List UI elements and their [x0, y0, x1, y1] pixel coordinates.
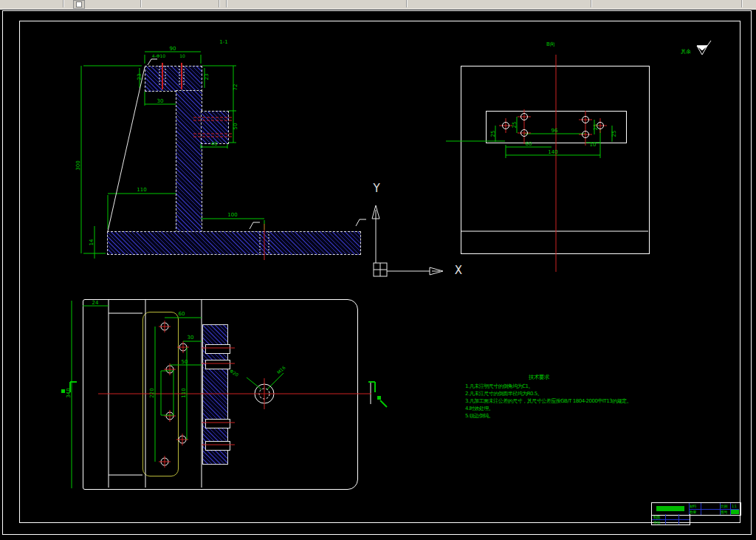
dimension-label: 30	[157, 99, 164, 104]
material-label: 材料	[690, 504, 696, 508]
plan-view-centerlines	[98, 321, 371, 468]
dimension-label: 30	[188, 335, 194, 341]
dimension-label: 340	[66, 388, 72, 397]
drawn-by-label: 制图	[653, 515, 660, 519]
dimension-label: 50	[182, 360, 188, 365]
technical-notes-lines: 1.凡未注明尺寸的倒角均为C1。2.凡未注尺寸的倒圆半径均为R0.5。3.凡加工…	[465, 383, 631, 420]
ucs-axis-icon	[372, 205, 443, 276]
dimension-label: 10	[179, 54, 185, 58]
dimension-label: 140	[548, 150, 557, 155]
dimension-label: 96	[551, 129, 558, 134]
checked-by-label: 审核	[653, 520, 660, 524]
surface-note: 其余	[681, 49, 691, 55]
dimension-label: 23	[137, 74, 142, 81]
part-name-highlight	[656, 506, 684, 511]
scale-label: 比例	[721, 504, 727, 508]
section-mark-icon	[377, 396, 381, 400]
drawing-linework	[0, 0, 756, 540]
surface-finish-icon	[148, 59, 366, 229]
dimension-label: 300	[76, 160, 81, 170]
dimension-label: 40	[211, 142, 218, 147]
dimension-label: 25	[491, 131, 496, 137]
dimension-label: 4-Φ10	[152, 54, 165, 58]
technical-note-line: 3.凡加工面未注公差的尺寸，其尺寸公差应按GB/T 1804-2000中IT13…	[465, 397, 631, 405]
dimension-label: 25	[512, 122, 518, 129]
dimension-label: 90	[170, 47, 176, 52]
dimension-label: 110	[137, 188, 146, 193]
dimension-label: 14	[89, 239, 94, 246]
dimension-label: 24	[92, 301, 99, 306]
technical-note-line: 2.凡未注尺寸的倒圆半径均为R0.5。	[465, 390, 631, 397]
technical-note-line: 1.凡未注明尺寸的倒角均为C1。	[465, 383, 631, 390]
roughness-symbol-icon	[697, 41, 711, 55]
dimension-label: 23	[205, 74, 210, 81]
b-view-centerlines	[499, 55, 607, 272]
plan-view-dimension-lines	[61, 301, 387, 488]
dimension-label: 72	[233, 84, 238, 91]
scale-value: 1:1	[732, 504, 737, 508]
technical-note-line: 4.时效处理。	[465, 405, 631, 412]
dimension-label: 110	[182, 388, 187, 397]
dimension-label: 60	[179, 312, 185, 317]
dimension-label: 25	[594, 124, 599, 131]
side-view-centerlines	[162, 63, 264, 260]
dimension-label: 100	[227, 213, 237, 218]
dimension-label: 50	[233, 123, 238, 130]
technical-notes: 技术要求 1.凡未注明尺寸的倒角均为C1。2.凡未注尺寸的倒圆半径均为R0.5。…	[465, 374, 631, 420]
drawing-no-label: 图号	[721, 510, 727, 514]
technical-notes-title: 技术要求	[529, 374, 631, 381]
axis-label: Y	[373, 183, 379, 194]
dimension-label: 10	[590, 143, 597, 148]
view-label: 1-1	[219, 40, 227, 45]
dimension-label: 25	[612, 131, 617, 137]
view-label: B向	[546, 42, 555, 47]
cad-application-window: 技术要求 1.凡未注明尺寸的倒角均为C1。2.凡未注尺寸的倒圆半径均为R0.5。…	[0, 0, 756, 540]
dimension-label: 220	[150, 388, 155, 397]
title-block-signatures: 制图 审核	[651, 514, 690, 525]
section-mark-icon	[61, 389, 65, 393]
axis-label: X	[455, 265, 462, 276]
quantity-label: 数量	[690, 510, 696, 514]
dimension-label: 60	[526, 142, 532, 147]
drawing-no-highlight	[731, 510, 739, 514]
technical-note-line: 5.锐边倒钝。	[465, 412, 631, 420]
